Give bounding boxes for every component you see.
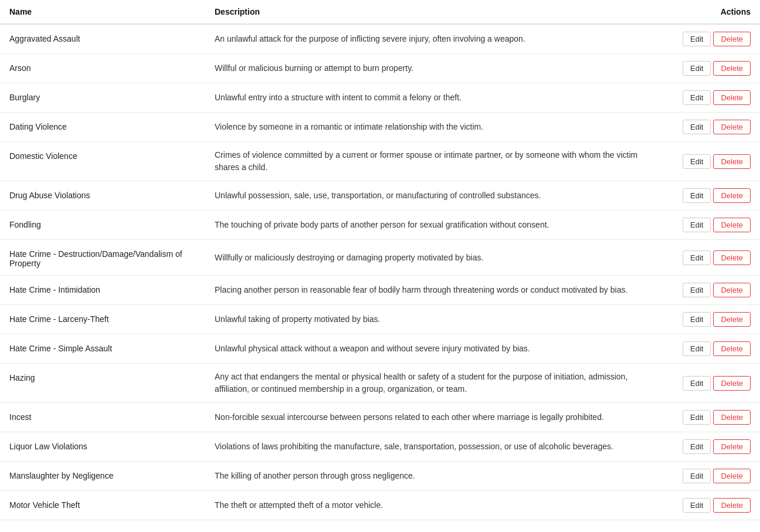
edit-button[interactable]: Edit [683,120,711,134]
crime-actions: EditDelete [673,334,760,364]
edit-button[interactable]: Edit [683,188,711,203]
delete-button[interactable]: Delete [713,32,751,46]
edit-button[interactable]: Edit [683,32,711,46]
edit-button[interactable]: Edit [683,283,711,297]
crime-name: Manslaughter by Negligence [0,462,205,491]
crime-description: Crimes of violence committed by a curren… [205,142,673,181]
delete-button[interactable]: Delete [713,188,751,203]
crime-description: Willful or malicious burning or attempt … [205,54,673,83]
crime-name: Hazing [0,364,205,403]
crime-description: The touching of private body parts of an… [205,211,673,240]
crime-types-table-container: Name Description Actions Aggravated Assa… [0,0,760,532]
crime-name: Domestic Violence [0,142,205,181]
delete-button[interactable]: Delete [713,439,751,454]
crime-actions: EditDelete [673,142,760,181]
edit-button[interactable]: Edit [683,61,711,76]
edit-button[interactable]: Edit [683,341,711,356]
action-buttons-group: EditDelete [683,410,751,425]
delete-button[interactable]: Delete [713,410,751,425]
crime-name: Dating Violence [0,113,205,142]
action-buttons-group: EditDelete [683,250,751,265]
crime-name: Drug Abuse Violations [0,181,205,211]
delete-button[interactable]: Delete [713,250,751,265]
crime-actions: EditDelete [673,181,760,211]
edit-button[interactable]: Edit [683,410,711,425]
action-buttons-group: EditDelete [683,283,751,297]
crime-name: Hate Crime - Simple Assault [0,334,205,364]
table-row: HazingAny act that endangers the mental … [0,364,760,403]
crime-name: Hate Crime - Intimidation [0,276,205,305]
delete-button[interactable]: Delete [713,154,751,169]
header-actions: Actions [673,0,760,24]
edit-button[interactable]: Edit [683,498,711,513]
edit-button[interactable]: Edit [683,218,711,232]
action-buttons-group: EditDelete [683,218,751,232]
delete-button[interactable]: Delete [713,218,751,232]
table-row: Hate Crime - Destruction/Damage/Vandalis… [0,240,760,276]
delete-button[interactable]: Delete [713,61,751,76]
edit-button[interactable]: Edit [683,90,711,105]
crime-description: Unlawful entry into a structure with int… [205,83,673,113]
crime-types-table: Name Description Actions Aggravated Assa… [0,0,760,520]
crime-actions: EditDelete [673,491,760,520]
crime-actions: EditDelete [673,462,760,491]
header-description: Description [205,0,673,24]
edit-button[interactable]: Edit [683,469,711,483]
table-row: Hate Crime - Simple AssaultUnlawful phys… [0,334,760,364]
delete-button[interactable]: Delete [713,312,751,327]
table-row: Dating ViolenceViolence by someone in a … [0,113,760,142]
edit-button[interactable]: Edit [683,376,711,391]
crime-name: Burglary [0,83,205,113]
crime-actions: EditDelete [673,276,760,305]
crime-name: Hate Crime - Larceny-Theft [0,305,205,334]
table-row: Liquor Law ViolationsViolations of laws … [0,432,760,462]
delete-button[interactable]: Delete [713,498,751,513]
crime-name: Liquor Law Violations [0,432,205,462]
crime-actions: EditDelete [673,54,760,83]
crime-actions: EditDelete [673,113,760,142]
delete-button[interactable]: Delete [713,283,751,297]
action-buttons-group: EditDelete [683,439,751,454]
crime-actions: EditDelete [673,83,760,113]
crime-name: Hate Crime - Destruction/Damage/Vandalis… [0,240,205,276]
crime-description: Unlawful physical attack without a weapo… [205,334,673,364]
table-header-row: Name Description Actions [0,0,760,24]
edit-button[interactable]: Edit [683,312,711,327]
edit-button[interactable]: Edit [683,439,711,454]
crime-description: An unlawful attack for the purpose of in… [205,24,673,54]
action-buttons-group: EditDelete [683,120,751,134]
crime-actions: EditDelete [673,24,760,54]
table-row: Manslaughter by NegligenceThe killing of… [0,462,760,491]
delete-button[interactable]: Delete [713,469,751,483]
edit-button[interactable]: Edit [683,154,711,169]
crime-name: Motor Vehicle Theft [0,491,205,520]
table-row: FondlingThe touching of private body par… [0,211,760,240]
crime-description: Willfully or maliciously destroying or d… [205,240,673,276]
table-row: ArsonWillful or malicious burning or att… [0,54,760,83]
table-row: Hate Crime - IntimidationPlacing another… [0,276,760,305]
crime-name: Arson [0,54,205,83]
table-row: BurglaryUnlawful entry into a structure … [0,83,760,113]
crime-name: Fondling [0,211,205,240]
delete-button[interactable]: Delete [713,90,751,105]
delete-button[interactable]: Delete [713,376,751,391]
table-row: IncestNon-forcible sexual intercourse be… [0,403,760,432]
action-buttons-group: EditDelete [683,498,751,513]
crime-description: Any act that endangers the mental or phy… [205,364,673,403]
crime-actions: EditDelete [673,364,760,403]
action-buttons-group: EditDelete [683,188,751,203]
action-buttons-group: EditDelete [683,61,751,76]
delete-button[interactable]: Delete [713,120,751,134]
crime-name: Aggravated Assault [0,24,205,54]
crime-description: The theft or attempted theft of a motor … [205,491,673,520]
action-buttons-group: EditDelete [683,90,751,105]
crime-description: The killing of another person through gr… [205,462,673,491]
table-row: Drug Abuse ViolationsUnlawful possession… [0,181,760,211]
crime-description: Violations of laws prohibiting the manuf… [205,432,673,462]
delete-button[interactable]: Delete [713,341,751,356]
action-buttons-group: EditDelete [683,312,751,327]
edit-button[interactable]: Edit [683,250,711,265]
action-buttons-group: EditDelete [683,469,751,483]
table-row: Hate Crime - Larceny-TheftUnlawful takin… [0,305,760,334]
crime-actions: EditDelete [673,240,760,276]
